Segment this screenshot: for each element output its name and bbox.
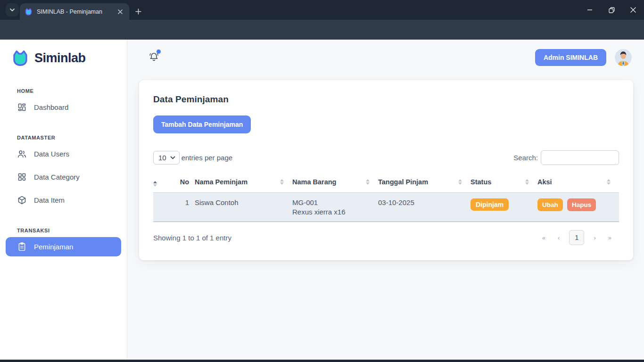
admin-avatar[interactable] bbox=[615, 49, 632, 66]
window-minimize-button[interactable] bbox=[579, 0, 601, 20]
siminlab-cat-logo-icon bbox=[11, 50, 29, 66]
cell-nama-peminjam: Siswa Contoh bbox=[195, 193, 292, 222]
cell-aksi: Ubah Hapus bbox=[537, 193, 619, 222]
column-header-nama-peminjam[interactable]: Nama Peminjam bbox=[195, 172, 292, 193]
pagination-next-button[interactable]: › bbox=[591, 232, 598, 243]
users-icon bbox=[17, 149, 27, 159]
item-code: MG-001 bbox=[292, 198, 318, 206]
sidebar-item-data-item[interactable]: Data Item bbox=[6, 190, 121, 210]
column-header-status[interactable]: Status bbox=[471, 172, 537, 193]
sidebar-item-label: Data Users bbox=[34, 150, 69, 158]
section-label-home: HOME bbox=[17, 88, 127, 94]
notification-badge bbox=[157, 49, 161, 54]
tab-search-button[interactable] bbox=[6, 3, 19, 16]
table-footer: Showing 1 to 1 of 1 entry « ‹ 1 › » bbox=[153, 230, 619, 245]
sort-icon bbox=[458, 179, 462, 185]
column-header-aksi[interactable]: Aksi bbox=[537, 172, 619, 193]
column-header-index-sort[interactable] bbox=[153, 172, 172, 193]
cell-tanggal-pinjam: 03-10-2025 bbox=[378, 193, 471, 222]
item-name: Rexus xierra x16 bbox=[292, 208, 374, 216]
table-row: 1 Siswa Contoh MG-001 Rexus xierra x16 0… bbox=[153, 193, 619, 222]
pagination: « ‹ 1 › » bbox=[539, 230, 619, 245]
category-icon bbox=[17, 172, 27, 182]
notification-button[interactable] bbox=[149, 51, 159, 64]
row-sort-spacer bbox=[153, 193, 172, 222]
tab-close-icon[interactable] bbox=[116, 8, 124, 16]
window-close-button[interactable] bbox=[622, 0, 644, 20]
sort-icon bbox=[366, 179, 370, 185]
close-icon bbox=[630, 7, 636, 13]
browser-tab[interactable]: SIMINLAB - Peminjaman bbox=[20, 3, 129, 20]
sort-icon bbox=[280, 179, 284, 185]
pagination-prev-button[interactable]: ‹ bbox=[555, 232, 562, 243]
app-header: Admin SIMINLAB bbox=[128, 40, 644, 75]
window-controls bbox=[579, 0, 644, 20]
window-restore-button[interactable] bbox=[601, 0, 622, 20]
table-header-row: No Nama Peminjam Nama Barang Tanggal Pin… bbox=[153, 172, 619, 193]
entries-per-page-label: entries per page bbox=[182, 154, 232, 162]
plus-icon bbox=[135, 8, 141, 15]
add-peminjaman-button[interactable]: Tambah Data Peminjaman bbox=[153, 115, 251, 133]
sidebar-item-label: Peminjaman bbox=[34, 243, 73, 251]
pagination-last-button[interactable]: » bbox=[605, 232, 614, 243]
sidebar-item-label: Data Category bbox=[34, 173, 80, 181]
column-header-nama-barang[interactable]: Nama Barang bbox=[292, 172, 378, 193]
status-badge: Dipinjam bbox=[471, 198, 509, 211]
data-peminjaman-card: Data Peminjaman Tambah Data Peminjaman 1… bbox=[139, 80, 633, 260]
showing-entries-text: Showing 1 to 1 of 1 entry bbox=[153, 234, 231, 242]
favicon-cat-icon bbox=[25, 8, 33, 16]
sidebar-item-label: Dashboard bbox=[34, 103, 68, 111]
browser-tab-strip: SIMINLAB - Peminjaman bbox=[0, 0, 644, 20]
cell-status: Dipinjam bbox=[471, 193, 537, 222]
brand-name: Siminlab bbox=[34, 51, 86, 66]
cell-nama-barang: MG-001 Rexus xierra x16 bbox=[292, 193, 378, 222]
cell-no: 1 bbox=[172, 193, 195, 222]
page-size-value: 10 bbox=[158, 154, 166, 162]
cube-icon bbox=[17, 195, 27, 205]
ubah-button[interactable]: Ubah bbox=[537, 198, 563, 211]
screen: SIMINLAB - Peminjaman bbox=[0, 0, 644, 362]
chevron-down-icon bbox=[9, 7, 16, 13]
clipboard-icon bbox=[17, 242, 27, 252]
hapus-button[interactable]: Hapus bbox=[567, 198, 596, 211]
peminjaman-table: No Nama Peminjam Nama Barang Tanggal Pin… bbox=[153, 172, 619, 222]
pagination-first-button[interactable]: « bbox=[539, 232, 548, 243]
sidebar-item-label: Data Item bbox=[34, 196, 65, 204]
search-input[interactable] bbox=[541, 150, 619, 165]
sidebar: Siminlab HOME Dashboard DATAMASTER bbox=[0, 40, 127, 360]
tab-title: SIMINLAB - Peminjaman bbox=[37, 8, 116, 15]
sidebar-item-dashboard[interactable]: Dashboard bbox=[6, 98, 121, 117]
new-tab-button[interactable] bbox=[132, 5, 144, 17]
sidebar-item-data-category[interactable]: Data Category bbox=[6, 167, 121, 187]
column-header-no[interactable]: No bbox=[172, 172, 195, 193]
browser-toolbar: 127.0.0.1:8000/loan bbox=[0, 20, 644, 40]
section-label-datamaster: DATAMASTER bbox=[17, 135, 127, 140]
table-controls: 10 entries per page Search: bbox=[153, 150, 619, 165]
restore-icon bbox=[609, 7, 615, 13]
sidebar-item-peminjaman[interactable]: Peminjaman bbox=[6, 237, 121, 256]
main-area: Admin SIMINLAB Data Pem bbox=[128, 40, 644, 360]
brand: Siminlab bbox=[0, 40, 127, 66]
sidebar-item-data-users[interactable]: Data Users bbox=[6, 144, 121, 164]
section-label-transaksi: TRANSAKSI bbox=[17, 228, 127, 233]
sort-icon bbox=[153, 181, 157, 187]
column-header-tanggal-pinjam[interactable]: Tanggal Pinjam bbox=[378, 172, 471, 193]
bottom-edge-bar bbox=[0, 360, 644, 362]
minimize-icon bbox=[587, 7, 593, 13]
chevron-down-icon bbox=[170, 156, 175, 160]
page-title: Data Peminjaman bbox=[153, 94, 619, 105]
app-window: Siminlab HOME Dashboard DATAMASTER bbox=[0, 40, 644, 360]
page-size-select[interactable]: 10 bbox=[153, 151, 180, 165]
sort-icon bbox=[607, 179, 611, 185]
search-label: Search: bbox=[513, 154, 538, 162]
admin-button[interactable]: Admin SIMINLAB bbox=[535, 49, 606, 66]
pagination-page-1[interactable]: 1 bbox=[569, 230, 584, 245]
sort-icon bbox=[525, 179, 529, 185]
dashboard-grid-icon bbox=[17, 102, 27, 112]
